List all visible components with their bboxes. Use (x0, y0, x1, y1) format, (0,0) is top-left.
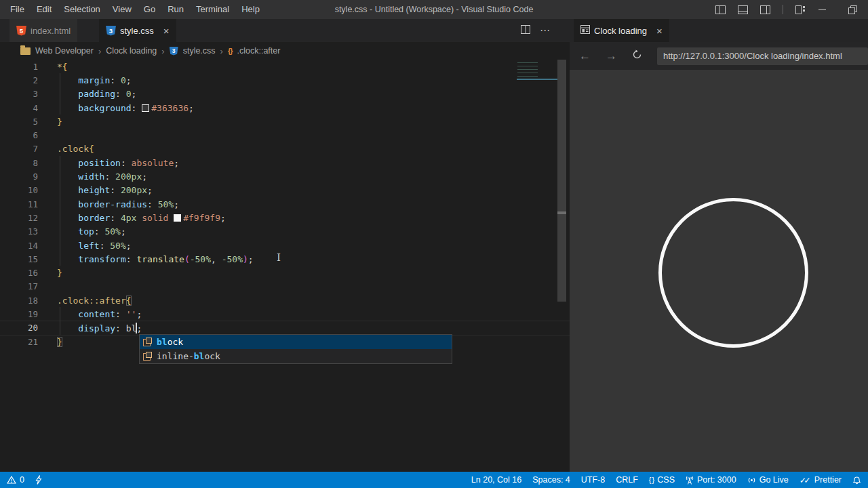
code-line-12[interactable]: 12 border: 4px solid #f9f9f9; (0, 211, 570, 224)
restore-icon[interactable] (848, 5, 857, 14)
close-preview-icon[interactable]: × (656, 26, 663, 36)
color-swatch (174, 214, 181, 222)
code-line-9[interactable]: 9 width: 200px; (0, 169, 570, 183)
breadcrumb-file[interactable]: style.css (183, 46, 216, 56)
split-editor-icon[interactable] (521, 24, 530, 37)
code-line-11[interactable]: 11 border-radius: 50%; (0, 197, 570, 211)
line-content: transform: translate(-50%, -50%); (57, 254, 254, 264)
code-line-8[interactable]: 8 position: absolute; (0, 156, 570, 169)
more-actions-icon[interactable]: ⋯ (540, 24, 550, 37)
code-line-4[interactable]: 4 background: #363636; (0, 101, 570, 115)
clock-circle (658, 198, 808, 348)
code-line-2[interactable]: 2 margin: 0; (0, 73, 570, 87)
encoding[interactable]: UTF-8 (581, 475, 605, 485)
breadcrumb-root[interactable]: Web Developer (35, 46, 94, 56)
indentation[interactable]: Spaces: 4 (532, 475, 570, 485)
code-line-10[interactable]: 10 height: 200px; (0, 184, 570, 197)
line-number: 6 (0, 130, 38, 140)
line-content: position: absolute; (57, 158, 179, 168)
css-value-icon (143, 338, 152, 346)
status-bar: 0 Ln 20, Col 16 Spaces: 4 UTF-8 CRLF { }… (0, 472, 868, 488)
breadcrumb-folder[interactable]: Clock loading (106, 46, 157, 56)
double-check-icon: ✓✓ (800, 475, 808, 485)
editor-scrollbar[interactable] (557, 60, 566, 302)
code-line-19[interactable]: 19 content: ''; (0, 307, 570, 321)
tab-clock-loading-preview[interactable]: Clock loading × (574, 19, 669, 42)
code-line-14[interactable]: 14 left: 50%; (0, 239, 570, 252)
html5-file-icon: 5 (16, 26, 26, 36)
line-number: 20 (0, 323, 38, 333)
suggestion-label: block (157, 337, 183, 347)
code-line-7[interactable]: 7.clock{ (0, 142, 570, 156)
code-line-17[interactable]: 17 (0, 280, 570, 293)
go-live-button[interactable]: Go Live (747, 475, 789, 485)
line-number: 4 (0, 103, 38, 113)
toggle-panel-icon[interactable] (738, 5, 748, 14)
css3-file-icon: 3 (170, 47, 178, 56)
line-content: display: bl; (57, 323, 142, 333)
menu-view[interactable]: View (106, 0, 138, 19)
vscode-window: FileEditSelectionViewGoRunTerminalHelp s… (0, 0, 868, 488)
cursor-position[interactable]: Ln 20, Col 16 (471, 475, 521, 485)
warnings-indicator[interactable]: 0 (7, 475, 24, 485)
minimize-icon[interactable] (818, 5, 827, 14)
line-number: 12 (0, 213, 38, 223)
code-line-5[interactable]: 5} (0, 115, 570, 128)
url-input[interactable]: http://127.0.0.1:3000/Clock loading/inde… (657, 47, 868, 65)
menu-selection[interactable]: Selection (58, 0, 106, 19)
code-line-15[interactable]: 15 transform: translate(-50%, -50%); (0, 252, 570, 266)
line-number: 2 (0, 75, 38, 85)
lightning-icon (35, 475, 42, 485)
line-number: 14 (0, 241, 38, 251)
line-number: 15 (0, 254, 38, 264)
code-editor[interactable]: 1*{2 margin: 0;3 padding: 0;4 background… (0, 60, 570, 472)
notifications-bell[interactable] (852, 476, 861, 485)
indent-guide (60, 307, 60, 335)
menu-file[interactable]: File (4, 0, 31, 19)
back-icon[interactable]: ← (579, 49, 591, 63)
code-line-3[interactable]: 3 padding: 0; (0, 87, 570, 101)
menu-edit[interactable]: Edit (31, 0, 58, 19)
minimap[interactable] (517, 61, 538, 77)
line-number: 7 (0, 144, 38, 154)
tab-style-css[interactable]: 3 style.css × (99, 19, 176, 42)
code-line-16[interactable]: 16} (0, 266, 570, 279)
menu-go[interactable]: Go (138, 0, 161, 19)
eol-sequence[interactable]: CRLF (616, 475, 638, 485)
code-line-13[interactable]: 13 top: 50%; (0, 225, 570, 239)
code-line-6[interactable]: 6 (0, 128, 570, 142)
breadcrumb: Web Developer › Clock loading › 3 style.… (0, 42, 570, 60)
menu-terminal[interactable]: Terminal (190, 0, 235, 19)
live-server-port[interactable]: Port: 3000 (686, 475, 736, 485)
customize-layout-icon[interactable] (795, 5, 806, 14)
line-content: content: ''; (57, 309, 142, 319)
tab-index-html[interactable]: 5 index.html (9, 19, 77, 42)
code-line-1[interactable]: 1*{ (0, 60, 570, 73)
suggestion-inline-block[interactable]: inline-block (140, 349, 452, 363)
code-line-20[interactable]: 20 display: bl; (0, 321, 570, 335)
code-lines: 1*{2 margin: 0;3 padding: 0;4 background… (0, 60, 570, 348)
css-value-icon (143, 352, 152, 361)
suggestion-block[interactable]: block (140, 335, 452, 349)
line-content: } (57, 268, 62, 278)
lightning-indicator[interactable] (35, 475, 42, 485)
broadcast-icon (747, 476, 756, 485)
menu-help[interactable]: Help (235, 0, 266, 19)
prettier-status[interactable]: ✓✓ Prettier (800, 475, 842, 485)
indent-guide (60, 73, 60, 115)
close-tab-icon[interactable]: × (163, 26, 170, 36)
line-number: 5 (0, 117, 38, 127)
language-mode[interactable]: { } CSS (649, 475, 675, 485)
tab-label: index.html (31, 26, 71, 36)
breadcrumb-separator: › (98, 46, 101, 56)
menu-run[interactable]: Run (161, 0, 190, 19)
code-line-18[interactable]: 18.clock::after{ (0, 293, 570, 307)
line-content: border-radius: 50%; (57, 199, 179, 209)
minimap-highlight (517, 79, 557, 80)
toggle-sidebar-icon[interactable] (715, 5, 726, 14)
toggle-secondary-sidebar-icon[interactable] (760, 5, 770, 14)
mouse-ibeam-cursor: I (277, 251, 281, 264)
breadcrumb-symbol[interactable]: .clock::after (237, 46, 281, 56)
reload-icon[interactable] (632, 49, 642, 62)
forward-icon[interactable]: → (606, 49, 617, 63)
